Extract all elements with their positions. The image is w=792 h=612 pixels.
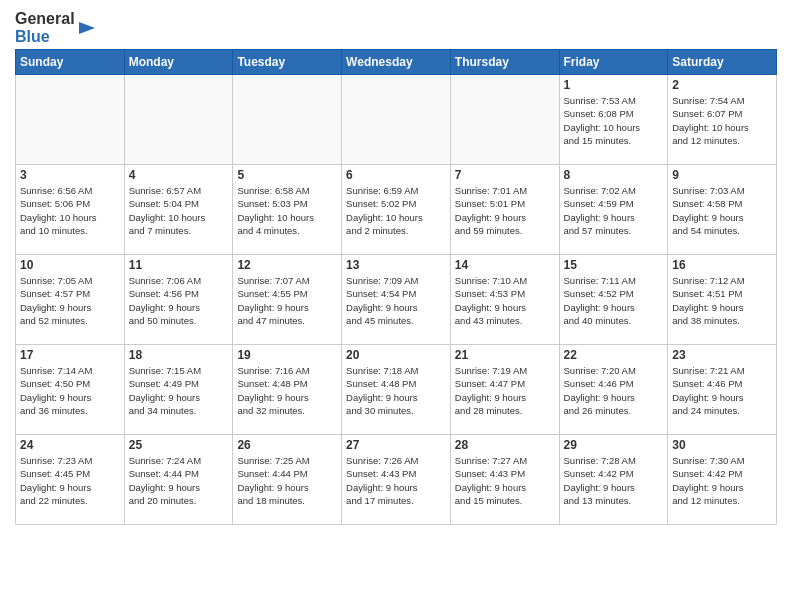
day-info: Sunrise: 7:20 AM Sunset: 4:46 PM Dayligh… [564,364,664,417]
day-info: Sunrise: 7:01 AM Sunset: 5:01 PM Dayligh… [455,184,555,237]
day-number: 9 [672,168,772,182]
calendar-cell: 7Sunrise: 7:01 AM Sunset: 5:01 PM Daylig… [450,165,559,255]
day-number: 23 [672,348,772,362]
header: General Blue [15,10,777,45]
day-number: 17 [20,348,120,362]
calendar-cell: 24Sunrise: 7:23 AM Sunset: 4:45 PM Dayli… [16,435,125,525]
calendar-cell: 30Sunrise: 7:30 AM Sunset: 4:42 PM Dayli… [668,435,777,525]
day-info: Sunrise: 6:57 AM Sunset: 5:04 PM Dayligh… [129,184,229,237]
calendar-cell: 17Sunrise: 7:14 AM Sunset: 4:50 PM Dayli… [16,345,125,435]
day-number: 20 [346,348,446,362]
day-number: 7 [455,168,555,182]
calendar-cell [342,75,451,165]
day-info: Sunrise: 7:11 AM Sunset: 4:52 PM Dayligh… [564,274,664,327]
day-number: 6 [346,168,446,182]
day-info: Sunrise: 7:03 AM Sunset: 4:58 PM Dayligh… [672,184,772,237]
calendar-cell: 4Sunrise: 6:57 AM Sunset: 5:04 PM Daylig… [124,165,233,255]
day-number: 8 [564,168,664,182]
day-info: Sunrise: 7:12 AM Sunset: 4:51 PM Dayligh… [672,274,772,327]
day-number: 27 [346,438,446,452]
day-number: 18 [129,348,229,362]
day-info: Sunrise: 7:26 AM Sunset: 4:43 PM Dayligh… [346,454,446,507]
day-info: Sunrise: 6:59 AM Sunset: 5:02 PM Dayligh… [346,184,446,237]
calendar-cell [124,75,233,165]
calendar-cell: 3Sunrise: 6:56 AM Sunset: 5:06 PM Daylig… [16,165,125,255]
weekday-header-monday: Monday [124,50,233,75]
day-info: Sunrise: 7:21 AM Sunset: 4:46 PM Dayligh… [672,364,772,417]
day-info: Sunrise: 7:54 AM Sunset: 6:07 PM Dayligh… [672,94,772,147]
day-info: Sunrise: 7:09 AM Sunset: 4:54 PM Dayligh… [346,274,446,327]
day-info: Sunrise: 7:06 AM Sunset: 4:56 PM Dayligh… [129,274,229,327]
day-number: 24 [20,438,120,452]
day-info: Sunrise: 7:18 AM Sunset: 4:48 PM Dayligh… [346,364,446,417]
calendar-cell: 27Sunrise: 7:26 AM Sunset: 4:43 PM Dayli… [342,435,451,525]
day-number: 28 [455,438,555,452]
weekday-header-saturday: Saturday [668,50,777,75]
calendar-cell [16,75,125,165]
calendar-cell [233,75,342,165]
day-info: Sunrise: 7:15 AM Sunset: 4:49 PM Dayligh… [129,364,229,417]
logo: General Blue [15,10,99,45]
calendar-cell: 1Sunrise: 7:53 AM Sunset: 6:08 PM Daylig… [559,75,668,165]
day-info: Sunrise: 7:05 AM Sunset: 4:57 PM Dayligh… [20,274,120,327]
calendar-cell: 22Sunrise: 7:20 AM Sunset: 4:46 PM Dayli… [559,345,668,435]
day-info: Sunrise: 6:58 AM Sunset: 5:03 PM Dayligh… [237,184,337,237]
day-info: Sunrise: 7:02 AM Sunset: 4:59 PM Dayligh… [564,184,664,237]
calendar-cell: 29Sunrise: 7:28 AM Sunset: 4:42 PM Dayli… [559,435,668,525]
day-number: 22 [564,348,664,362]
day-number: 21 [455,348,555,362]
day-number: 19 [237,348,337,362]
day-info: Sunrise: 7:23 AM Sunset: 4:45 PM Dayligh… [20,454,120,507]
svg-marker-0 [79,22,95,34]
day-number: 10 [20,258,120,272]
logo-icon [79,18,99,38]
day-number: 13 [346,258,446,272]
day-number: 14 [455,258,555,272]
weekday-header-sunday: Sunday [16,50,125,75]
day-info: Sunrise: 6:56 AM Sunset: 5:06 PM Dayligh… [20,184,120,237]
week-row-2: 10Sunrise: 7:05 AM Sunset: 4:57 PM Dayli… [16,255,777,345]
calendar-cell: 10Sunrise: 7:05 AM Sunset: 4:57 PM Dayli… [16,255,125,345]
day-number: 12 [237,258,337,272]
day-info: Sunrise: 7:25 AM Sunset: 4:44 PM Dayligh… [237,454,337,507]
day-number: 29 [564,438,664,452]
day-number: 26 [237,438,337,452]
calendar-container: General Blue SundayMondayTuesdayWednesda… [0,0,792,535]
calendar-cell: 13Sunrise: 7:09 AM Sunset: 4:54 PM Dayli… [342,255,451,345]
calendar-cell: 2Sunrise: 7:54 AM Sunset: 6:07 PM Daylig… [668,75,777,165]
day-info: Sunrise: 7:07 AM Sunset: 4:55 PM Dayligh… [237,274,337,327]
calendar-cell: 26Sunrise: 7:25 AM Sunset: 4:44 PM Dayli… [233,435,342,525]
calendar-cell: 5Sunrise: 6:58 AM Sunset: 5:03 PM Daylig… [233,165,342,255]
day-number: 1 [564,78,664,92]
day-info: Sunrise: 7:24 AM Sunset: 4:44 PM Dayligh… [129,454,229,507]
week-row-0: 1Sunrise: 7:53 AM Sunset: 6:08 PM Daylig… [16,75,777,165]
day-number: 5 [237,168,337,182]
day-number: 2 [672,78,772,92]
day-info: Sunrise: 7:28 AM Sunset: 4:42 PM Dayligh… [564,454,664,507]
day-info: Sunrise: 7:53 AM Sunset: 6:08 PM Dayligh… [564,94,664,147]
day-info: Sunrise: 7:10 AM Sunset: 4:53 PM Dayligh… [455,274,555,327]
calendar-cell: 23Sunrise: 7:21 AM Sunset: 4:46 PM Dayli… [668,345,777,435]
calendar-cell: 19Sunrise: 7:16 AM Sunset: 4:48 PM Dayli… [233,345,342,435]
day-number: 16 [672,258,772,272]
day-info: Sunrise: 7:16 AM Sunset: 4:48 PM Dayligh… [237,364,337,417]
logo-text: General Blue [15,10,99,45]
calendar-cell: 20Sunrise: 7:18 AM Sunset: 4:48 PM Dayli… [342,345,451,435]
day-info: Sunrise: 7:19 AM Sunset: 4:47 PM Dayligh… [455,364,555,417]
calendar-cell: 11Sunrise: 7:06 AM Sunset: 4:56 PM Dayli… [124,255,233,345]
calendar-cell: 15Sunrise: 7:11 AM Sunset: 4:52 PM Dayli… [559,255,668,345]
calendar-cell [450,75,559,165]
calendar-cell: 8Sunrise: 7:02 AM Sunset: 4:59 PM Daylig… [559,165,668,255]
weekday-header-wednesday: Wednesday [342,50,451,75]
calendar-cell: 21Sunrise: 7:19 AM Sunset: 4:47 PM Dayli… [450,345,559,435]
calendar-cell: 6Sunrise: 6:59 AM Sunset: 5:02 PM Daylig… [342,165,451,255]
calendar-cell: 9Sunrise: 7:03 AM Sunset: 4:58 PM Daylig… [668,165,777,255]
day-info: Sunrise: 7:14 AM Sunset: 4:50 PM Dayligh… [20,364,120,417]
day-number: 4 [129,168,229,182]
calendar-table: SundayMondayTuesdayWednesdayThursdayFrid… [15,49,777,525]
calendar-cell: 28Sunrise: 7:27 AM Sunset: 4:43 PM Dayli… [450,435,559,525]
day-info: Sunrise: 7:30 AM Sunset: 4:42 PM Dayligh… [672,454,772,507]
day-number: 11 [129,258,229,272]
calendar-cell: 14Sunrise: 7:10 AM Sunset: 4:53 PM Dayli… [450,255,559,345]
day-number: 30 [672,438,772,452]
